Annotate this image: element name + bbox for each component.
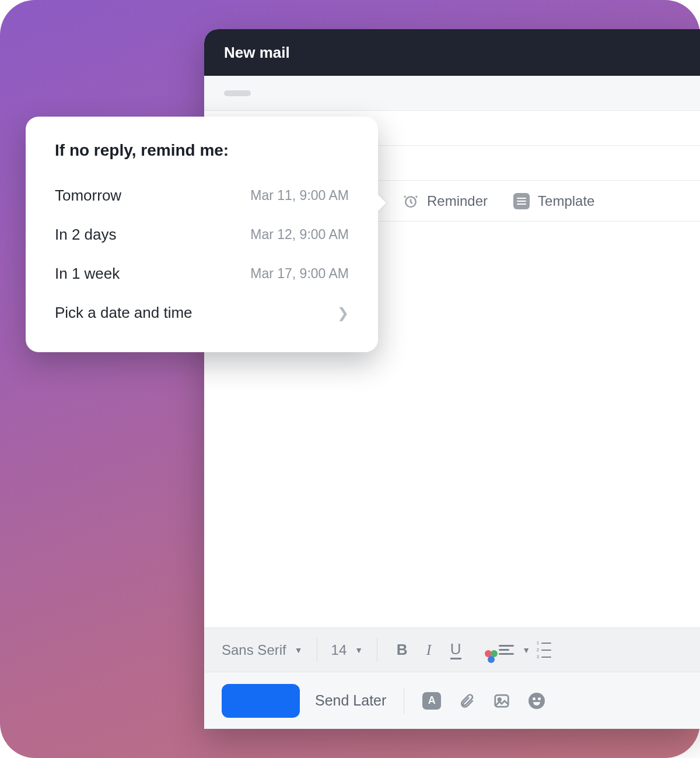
header-strip	[204, 76, 700, 111]
reminder-option-label: In 2 days	[55, 226, 117, 244]
smiley-icon	[528, 693, 545, 709]
bold-button[interactable]: B	[391, 641, 412, 659]
underline-button[interactable]: U	[445, 640, 466, 659]
popover-title: If no reply, remind me:	[55, 141, 349, 160]
font-size-value: 14	[331, 642, 347, 658]
font-family-select[interactable]: Sans Serif ▼	[222, 642, 303, 658]
svg-point-2	[498, 698, 501, 701]
insert-image-button[interactable]	[492, 691, 512, 711]
text-format-toggle[interactable]: A	[422, 691, 442, 711]
letter-a-icon: A	[422, 692, 441, 710]
divider	[404, 687, 404, 714]
reminder-option-label: Tomorrow	[55, 187, 121, 205]
reminder-option-label: In 1 week	[55, 265, 120, 283]
reminder-option-tomorrow[interactable]: Tomorrow Mar 11, 9:00 AM	[55, 176, 349, 215]
font-size-select[interactable]: 14 ▼	[331, 642, 363, 658]
italic-button[interactable]: I	[418, 641, 439, 659]
align-button[interactable]: ▼	[499, 645, 530, 655]
reminder-option-value: Mar 12, 9:00 AM	[250, 227, 349, 243]
caret-down-icon: ▼	[355, 645, 363, 655]
numbered-list-icon: 1 2 3	[536, 640, 551, 659]
window-titlebar: New mail	[204, 29, 700, 76]
alarm-clock-icon	[402, 193, 419, 209]
reminder-popover: If no reply, remind me: Tomorrow Mar 11,…	[26, 117, 378, 352]
align-left-icon	[499, 645, 514, 655]
attach-button[interactable]	[457, 691, 477, 711]
emoji-button[interactable]	[527, 691, 547, 711]
reminder-option-2days[interactable]: In 2 days Mar 12, 9:00 AM	[55, 215, 349, 254]
image-icon	[493, 692, 510, 710]
reminder-button[interactable]: Reminder	[402, 193, 488, 209]
caret-down-icon: ▼	[295, 645, 303, 655]
numbered-list-button[interactable]: 1 2 3	[536, 640, 557, 659]
reminder-option-label: Pick a date and time	[55, 304, 192, 322]
divider	[377, 638, 377, 662]
paperclip-icon	[459, 693, 475, 709]
reminder-option-value: Mar 11, 9:00 AM	[250, 188, 349, 203]
drag-handle[interactable]	[224, 90, 251, 96]
template-label: Template	[538, 193, 594, 209]
reminder-option-1week[interactable]: In 1 week Mar 17, 9:00 AM	[55, 254, 349, 293]
window-title: New mail	[224, 44, 290, 62]
app-background: New mail Reminder	[0, 0, 700, 758]
reminder-option-pick-date[interactable]: Pick a date and time ❯	[55, 293, 349, 332]
divider	[317, 638, 317, 662]
send-button[interactable]	[222, 684, 300, 718]
caret-down-icon: ▼	[522, 645, 530, 655]
reminder-option-value: Mar 17, 9:00 AM	[250, 266, 349, 282]
send-later-button[interactable]: Send Later	[315, 692, 386, 709]
format-bar: Sans Serif ▼ 14 ▼ B I U ▼	[204, 627, 700, 672]
action-bar: Send Later A	[204, 672, 700, 729]
chevron-right-icon: ❯	[337, 305, 349, 321]
template-icon	[513, 193, 530, 209]
reminder-label: Reminder	[427, 193, 488, 209]
template-button[interactable]: Template	[513, 193, 594, 209]
font-family-value: Sans Serif	[222, 642, 286, 658]
